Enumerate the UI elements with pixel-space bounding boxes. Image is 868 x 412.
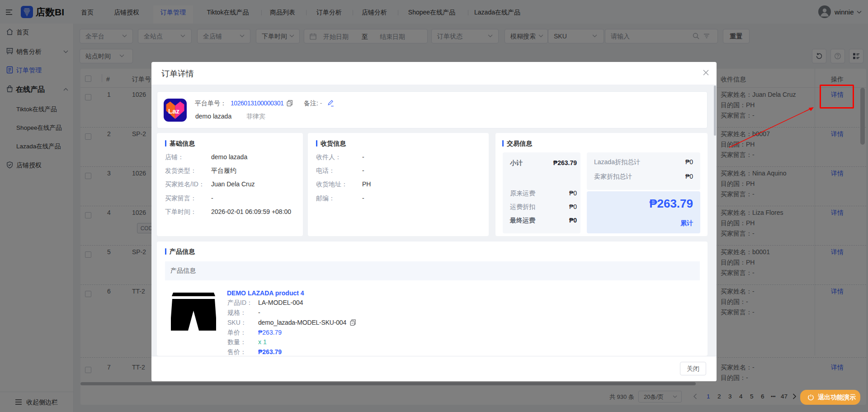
svg-text:Laz: Laz: [168, 107, 179, 115]
